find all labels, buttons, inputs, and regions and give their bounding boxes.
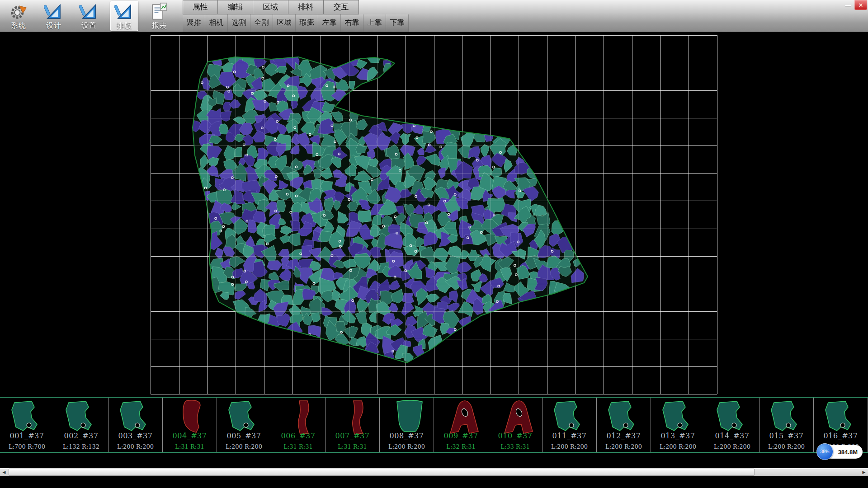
nesting-canvas[interactable]	[0, 0, 868, 397]
piece-lr-count: L:700 R:700	[0, 443, 54, 450]
menu-tab-region[interactable]: 区域	[253, 0, 288, 14]
piece-lr-count: L:31 R:31	[163, 443, 217, 450]
piece-id: 012_#37	[597, 432, 651, 440]
piece-lr-count: L:200 R:200	[217, 443, 271, 450]
piece-id: 004_#37	[163, 432, 217, 440]
piece-id: 016_#37	[814, 432, 868, 440]
piece-thumbnail[interactable]: 002_#37L:132 R:132	[54, 398, 108, 452]
mode-button-report[interactable]: 报表	[146, 1, 174, 31]
horizontal-scrollbar[interactable]: ◀ ▶	[0, 468, 868, 476]
menu-tab-edit[interactable]: 编辑	[218, 0, 253, 14]
tool-button-select-cut[interactable]: 选割	[228, 14, 250, 32]
mode-button-nesting[interactable]: 排版	[110, 1, 138, 31]
piece-id: 002_#37	[54, 432, 108, 440]
piece-id: 006_#37	[271, 432, 325, 440]
tool-button-camera[interactable]: 相机	[205, 14, 228, 32]
piece-shape	[439, 399, 483, 435]
ruler-icon	[114, 2, 134, 21]
tool-button-snap-bottom[interactable]: 下靠	[386, 14, 409, 32]
piece-thumbnail-strip: 001_#37L:700 R:700002_#37L:132 R:132003_…	[0, 397, 868, 453]
piece-shape	[765, 399, 808, 435]
piece-shape	[114, 399, 157, 435]
piece-shape	[385, 399, 429, 435]
piece-thumbnail[interactable]: 004_#37L:31 R:31	[163, 398, 217, 452]
piece-thumbnail[interactable]: 007_#37L:31 R:31	[326, 398, 380, 452]
progress-indicator: 38%	[816, 443, 833, 460]
piece-lr-count: L:200 R:200	[380, 443, 434, 450]
ruler-icon	[79, 2, 99, 21]
window-controls: — ✕	[842, 0, 867, 10]
piece-lr-count: L:31 R:31	[326, 443, 379, 450]
piece-thumbnail[interactable]: 013_#37L:200 R:200	[651, 398, 705, 452]
piece-lr-count: L:33 R:31	[488, 443, 542, 450]
mode-label: 排版	[117, 21, 132, 31]
menu-tab-nest[interactable]: 排料	[288, 0, 324, 14]
piece-thumbnail[interactable]: 010_#37L:33 R:31	[488, 398, 542, 452]
piece-lr-count: L:200 R:200	[597, 443, 651, 450]
mode-button-system[interactable]: 系统	[5, 1, 33, 31]
piece-shape	[656, 399, 700, 435]
piece-thumbnail[interactable]: 008_#37L:200 R:200	[380, 398, 434, 452]
piece-thumbnail[interactable]: 005_#37L:200 R:200	[217, 398, 271, 452]
tool-button-row: 聚排相机选割全割区域瑕疵左靠右靠上靠下靠	[183, 14, 409, 32]
piece-lr-count: L:32 R:31	[434, 443, 488, 450]
scroll-left-arrow[interactable]: ◀	[0, 468, 8, 476]
piece-thumbnail[interactable]: 006_#37L:31 R:31	[271, 398, 326, 452]
piece-lr-count: L:200 R:200	[108, 443, 162, 450]
piece-id: 003_#37	[108, 432, 162, 440]
piece-shape	[711, 399, 754, 435]
piece-shape	[222, 399, 266, 435]
piece-id: 009_#37	[434, 432, 488, 440]
menu-tab-interact[interactable]: 交互	[324, 0, 359, 14]
piece-thumbnail[interactable]: 011_#37L:200 R:200	[542, 398, 597, 452]
report-icon	[150, 2, 170, 21]
menu-area: 属性编辑区域排料交互 聚排相机选割全割区域瑕疵左靠右靠上靠下靠	[183, 0, 409, 32]
scrollbar-thumb[interactable]	[9, 469, 755, 476]
piece-shape	[60, 399, 103, 435]
piece-thumbnail[interactable]: 009_#37L:32 R:31	[434, 398, 488, 452]
mode-button-settings[interactable]: 设置	[75, 1, 103, 31]
mode-label: 系统	[11, 21, 26, 31]
piece-shape	[331, 399, 374, 435]
piece-id: 014_#37	[705, 432, 759, 440]
piece-shape	[494, 399, 537, 435]
piece-id: 007_#37	[326, 432, 379, 440]
mode-buttons: 系统设计设置排版报表	[0, 0, 183, 32]
piece-id: 013_#37	[651, 432, 705, 440]
piece-lr-count: L:200 R:200	[542, 443, 596, 450]
piece-thumbnail[interactable]: 012_#37L:200 R:200	[597, 398, 651, 452]
piece-thumbnail[interactable]: 001_#37L:700 R:700	[0, 398, 54, 452]
tool-button-snap-left[interactable]: 左靠	[318, 14, 341, 32]
piece-id: 001_#37	[0, 432, 54, 440]
tool-button-defect[interactable]: 瑕疵	[296, 14, 318, 32]
piece-thumbnail[interactable]: 014_#37L:200 R:200	[705, 398, 760, 452]
tool-button-region[interactable]: 区域	[273, 14, 296, 32]
piece-shape	[277, 399, 320, 435]
piece-shape	[5, 399, 49, 435]
close-button[interactable]: ✕	[854, 0, 867, 10]
mode-label: 报表	[152, 21, 167, 31]
piece-lr-count: L:200 R:200	[651, 443, 705, 450]
piece-shape	[819, 399, 863, 435]
piece-shape	[548, 399, 591, 435]
piece-shape	[602, 399, 646, 435]
mode-button-design[interactable]: 设计	[40, 1, 68, 31]
piece-thumbnail[interactable]: 015_#37L:200 R:200	[760, 398, 814, 452]
piece-lr-count: L:132 R:132	[54, 443, 108, 450]
tool-button-snap-right[interactable]: 右靠	[341, 14, 363, 32]
tool-button-cut-all[interactable]: 全割	[250, 14, 273, 32]
piece-id: 008_#37	[380, 432, 434, 440]
piece-id: 011_#37	[542, 432, 596, 440]
scroll-right-arrow[interactable]: ▶	[860, 468, 868, 476]
piece-lr-count: L:200 R:200	[705, 443, 759, 450]
tool-button-cluster-nest[interactable]: 聚排	[183, 14, 205, 32]
piece-thumbnail[interactable]: 003_#37L:200 R:200	[108, 398, 163, 452]
piece-id: 005_#37	[217, 432, 271, 440]
gear-icon	[9, 2, 28, 21]
mode-label: 设置	[81, 21, 97, 31]
tool-button-snap-top[interactable]: 上靠	[363, 14, 386, 32]
piece-id: 015_#37	[760, 432, 813, 440]
minimize-button[interactable]: —	[842, 0, 854, 10]
piece-id: 010_#37	[488, 432, 542, 440]
menu-tab-properties[interactable]: 属性	[183, 0, 218, 14]
